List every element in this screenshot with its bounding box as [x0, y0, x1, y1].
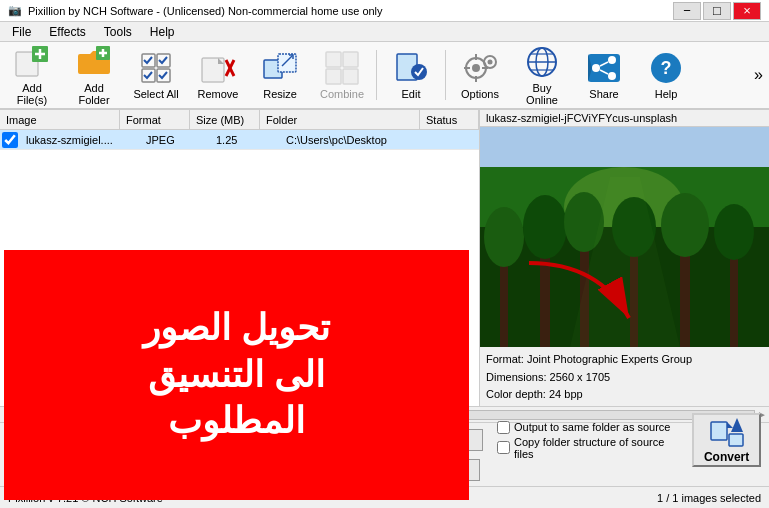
same-folder-row: Output to same folder as source	[497, 421, 678, 434]
remove-button[interactable]: Remove	[188, 45, 248, 105]
edit-icon	[393, 50, 429, 86]
copy-structure-row: Copy folder structure of source files	[497, 436, 678, 460]
more-button[interactable]: »	[750, 64, 767, 86]
copy-structure-label: Copy folder structure of source files	[514, 436, 678, 460]
svg-point-63	[661, 193, 709, 257]
add-files-button[interactable]: Add File(s)	[2, 45, 62, 105]
add-folder-label: Add Folder	[69, 82, 119, 106]
help-label: Help	[655, 88, 678, 100]
svg-marker-68	[727, 422, 733, 428]
remove-icon	[200, 50, 236, 86]
share-button[interactable]: Share	[574, 45, 634, 105]
resize-icon	[262, 50, 298, 86]
svg-marker-69	[731, 418, 743, 432]
toolbar-more: »	[750, 64, 767, 86]
file-format: JPEG	[140, 133, 210, 147]
file-status	[440, 139, 479, 141]
maximize-button[interactable]: □	[703, 2, 731, 20]
svg-point-59	[484, 207, 524, 267]
status-right: 1 / 1 images selected	[657, 492, 761, 504]
share-icon	[586, 50, 622, 86]
edit-label: Edit	[402, 88, 421, 100]
add-folder-button[interactable]: Add Folder	[64, 45, 124, 105]
add-files-icon	[14, 44, 50, 80]
resize-label: Resize	[263, 88, 297, 100]
same-folder-label: Output to same folder as source	[514, 421, 671, 433]
select-all-icon	[138, 50, 174, 86]
preview-info: Format: Joint Photographic Experts Group…	[480, 347, 769, 406]
options-label: Options	[461, 88, 499, 100]
svg-point-41	[608, 72, 616, 80]
preview-filesize: File size: 1.25 MB	[486, 404, 763, 406]
preview-format: Format: Joint Photographic Experts Group	[486, 351, 763, 369]
close-button[interactable]: ×	[733, 2, 761, 20]
col-header-size: Size (MB)	[190, 110, 260, 129]
checkbox-area: Output to same folder as source Copy fol…	[497, 421, 678, 460]
share-label: Share	[589, 88, 618, 100]
same-folder-checkbox[interactable]	[497, 421, 510, 434]
file-folder: C:\Users\pc\Desktop	[280, 133, 440, 147]
preview-dimensions: Dimensions: 2560 x 1705	[486, 369, 763, 387]
svg-point-60	[523, 195, 567, 259]
file-size: 1.25	[210, 133, 280, 147]
titlebar-left: 📷 Pixillion by NCH Software - (Unlicense…	[8, 4, 383, 17]
svg-rect-20	[343, 52, 358, 67]
app-icon: 📷	[8, 4, 22, 17]
preview-title: lukasz-szmigiel-jFCViYFYcus-unsplash	[480, 110, 769, 127]
svg-point-32	[488, 59, 493, 64]
add-folder-icon	[76, 44, 112, 80]
table-row[interactable]: lukasz-szmigiel.... JPEG 1.25 C:\Users\p…	[0, 130, 479, 150]
titlebar: 📷 Pixillion by NCH Software - (Unlicense…	[0, 0, 769, 22]
overlay-box: تحويل الصورالى التنسيقالمطلوب	[4, 250, 469, 500]
arrow-indicator	[519, 253, 639, 336]
help-icon: ?	[648, 50, 684, 86]
minimize-button[interactable]: −	[673, 2, 701, 20]
titlebar-controls[interactable]: − □ ×	[673, 2, 761, 20]
svg-text:?: ?	[661, 58, 672, 78]
svg-rect-22	[343, 69, 358, 84]
options-icon	[462, 50, 498, 86]
toolbar-separator-2	[445, 50, 446, 100]
menu-file[interactable]: File	[4, 23, 39, 41]
options-button[interactable]: Options	[450, 45, 510, 105]
svg-point-26	[472, 64, 480, 72]
file-name: lukasz-szmigiel....	[20, 133, 140, 147]
combine-button[interactable]: Combine	[312, 45, 372, 105]
menubar: File Effects Tools Help	[0, 22, 769, 42]
menu-effects[interactable]: Effects	[41, 23, 93, 41]
add-files-label: Add File(s)	[7, 82, 57, 106]
resize-button[interactable]: Resize	[250, 45, 310, 105]
menu-tools[interactable]: Tools	[96, 23, 140, 41]
row-checkbox[interactable]	[2, 132, 18, 148]
convert-icon	[709, 416, 745, 448]
select-all-label: Select All	[133, 88, 178, 100]
col-header-format: Format	[120, 110, 190, 129]
buy-online-button[interactable]: Buy Online	[512, 45, 572, 105]
app-title: Pixillion by NCH Software - (Unlicensed)…	[28, 5, 383, 17]
filelist-header: Image Format Size (MB) Folder Status	[0, 110, 479, 130]
svg-point-64	[714, 204, 754, 260]
remove-label: Remove	[198, 88, 239, 100]
help-button[interactable]: ? Help	[636, 45, 696, 105]
copy-structure-checkbox[interactable]	[497, 441, 510, 454]
combine-label: Combine	[320, 88, 364, 100]
svg-rect-19	[326, 52, 341, 67]
col-header-folder: Folder	[260, 110, 420, 129]
toolbar-separator	[376, 50, 377, 100]
buy-online-icon	[524, 44, 560, 80]
col-header-status: Status	[420, 110, 479, 129]
main-area: Image Format Size (MB) Folder Status luk…	[0, 110, 769, 406]
select-all-button[interactable]: Select All	[126, 45, 186, 105]
buy-online-label: Buy Online	[517, 82, 567, 106]
combine-icon	[324, 50, 360, 86]
svg-rect-70	[729, 434, 743, 446]
menu-help[interactable]: Help	[142, 23, 183, 41]
svg-rect-21	[326, 69, 341, 84]
edit-button[interactable]: Edit	[381, 45, 441, 105]
col-header-image: Image	[0, 110, 120, 129]
toolbar: Add File(s) Add Folder	[0, 42, 769, 110]
overlay-text: تحويل الصورالى التنسيقالمطلوب	[143, 305, 330, 445]
preview-color: Color depth: 24 bpp	[486, 386, 763, 404]
svg-rect-67	[711, 422, 727, 440]
svg-point-39	[592, 64, 600, 72]
